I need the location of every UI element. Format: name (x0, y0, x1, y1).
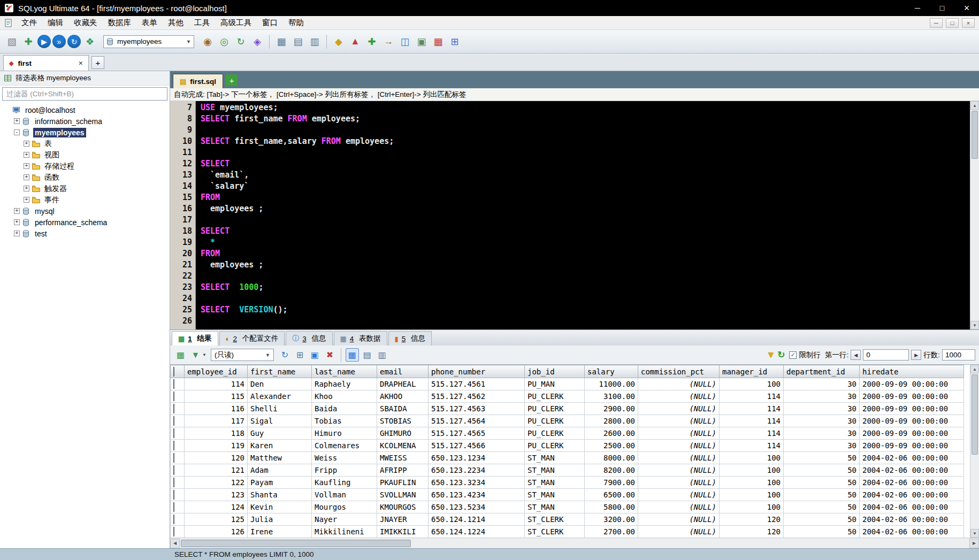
expand-icon[interactable]: + (14, 231, 20, 236)
refresh-database-icon[interactable]: ↻ (233, 34, 248, 49)
tree-item-视图[interactable]: +视图 (0, 149, 170, 160)
query-tab-first-sql[interactable]: ▤ first.sql (173, 74, 223, 88)
cell-salary[interactable]: 2800.00 (585, 415, 638, 427)
tree-item-函数[interactable]: +函数 (0, 172, 170, 183)
cell-last_name[interactable]: Vollman (312, 489, 377, 501)
row-checkbox[interactable] (173, 392, 174, 401)
cell-commission_pct[interactable]: (NULL) (638, 403, 720, 415)
cell-employee_id[interactable]: 119 (185, 440, 248, 452)
tree-item-存储过程[interactable]: +存储过程 (0, 160, 170, 172)
cell-last_name[interactable]: Kaufling (312, 477, 377, 489)
cell-salary[interactable]: 2900.00 (585, 403, 638, 415)
refresh-icon[interactable]: ↻ (777, 349, 785, 360)
cell-first_name[interactable]: Julia (248, 513, 312, 526)
cell-phone_number[interactable]: 650.123.1234 (429, 452, 525, 464)
refresh-result-icon[interactable]: ↻ (278, 348, 292, 362)
cell-manager_id[interactable]: 114 (720, 415, 784, 427)
cell-commission_pct[interactable]: (NULL) (638, 489, 720, 501)
cell-email[interactable]: KCOLMENA (377, 440, 429, 452)
cell-last_name[interactable]: Nayer (312, 513, 377, 526)
cell-email[interactable]: KMOURGOS (377, 501, 429, 513)
cell-last_name[interactable]: Colmenares (312, 440, 377, 452)
scroll-up-icon[interactable]: ▲ (970, 365, 979, 373)
menu-item-数据库[interactable]: 数据库 (103, 16, 137, 29)
cell-job_id[interactable]: ST_MAN (525, 464, 585, 477)
cell-job_id[interactable]: ST_CLERK (525, 513, 585, 526)
scroll-right-icon[interactable]: ▶ (969, 539, 979, 548)
menu-item-编辑[interactable]: 编辑 (42, 16, 68, 29)
new-query-editor-icon[interactable]: ✚ (21, 34, 36, 49)
cell-salary[interactable]: 5800.00 (585, 501, 638, 513)
results-tab-2[interactable]: ◐2 个配置文件 (219, 331, 285, 346)
row-checkbox[interactable] (173, 379, 174, 389)
cell-email[interactable]: AFRIPP (377, 464, 429, 477)
menu-item-表单[interactable]: 表单 (136, 16, 163, 29)
menu-item-高级工具[interactable]: 高级工具 (215, 16, 257, 29)
cell-job_id[interactable]: ST_MAN (525, 477, 585, 489)
results-tab-3[interactable]: ⓘ3 信息 (286, 331, 332, 346)
cell-employee_id[interactable]: 126 (185, 526, 248, 538)
connection-manager-icon[interactable]: ▧ (4, 34, 19, 49)
readonly-mode-select[interactable]: (只读) ▼ (211, 349, 274, 361)
cell-commission_pct[interactable]: (NULL) (638, 390, 720, 403)
cell-commission_pct[interactable]: (NULL) (638, 452, 720, 464)
cell-first_name[interactable]: Kevin (248, 501, 312, 513)
cell-last_name[interactable]: Tobias (312, 415, 377, 427)
cell-salary[interactable]: 2600.00 (585, 427, 638, 440)
cell-hiredate[interactable]: 2004-02-06 00:00:00 (860, 464, 964, 477)
cell-first_name[interactable]: Guy (248, 427, 312, 440)
cell-job_id[interactable]: PU_CLERK (525, 390, 585, 403)
cell-job_id[interactable]: PU_CLERK (525, 415, 585, 427)
row-select-cell[interactable] (171, 513, 185, 526)
cell-hiredate[interactable]: 2004-02-06 00:00:00 (860, 526, 964, 538)
cell-job_id[interactable]: ST_MAN (525, 489, 585, 501)
sql-editor[interactable]: 7891011121314151617181920212223242526 US… (170, 101, 979, 329)
menu-item-其他[interactable]: 其他 (163, 16, 189, 29)
row-checkbox[interactable] (173, 465, 174, 475)
cell-department_id[interactable]: 30 (784, 390, 860, 403)
cell-phone_number[interactable]: 650.123.2234 (429, 464, 525, 477)
cell-hiredate[interactable]: 2000-09-09 00:00:00 (860, 440, 964, 452)
cell-salary[interactable]: 3200.00 (585, 513, 638, 526)
schema-designer-icon[interactable]: ▲ (348, 34, 363, 49)
column-header-email[interactable]: email (377, 365, 429, 378)
row-select-cell[interactable] (171, 501, 185, 513)
tree-item-触发器[interactable]: +触发器 (0, 183, 170, 194)
cell-commission_pct[interactable]: (NULL) (638, 427, 720, 440)
tree-item-information_schema[interactable]: +information_schema (0, 116, 170, 127)
first-row-prev-button[interactable]: ◀ (851, 350, 861, 360)
cell-job_id[interactable]: PU_CLERK (525, 427, 585, 440)
cell-last_name[interactable]: Baida (312, 403, 377, 415)
expand-icon[interactable]: + (24, 163, 29, 169)
cell-manager_id[interactable]: 120 (720, 513, 784, 526)
cell-first_name[interactable]: Shanta (248, 489, 312, 501)
cell-department_id[interactable]: 30 (784, 403, 860, 415)
row-checkbox[interactable] (173, 416, 174, 426)
row-select-cell[interactable] (171, 464, 185, 477)
cell-job_id[interactable]: PU_CLERK (525, 403, 585, 415)
cell-commission_pct[interactable]: (NULL) (638, 526, 720, 538)
cell-department_id[interactable]: 50 (784, 464, 860, 477)
cell-salary[interactable]: 3100.00 (585, 390, 638, 403)
database-selector[interactable]: myemployees ▼ (103, 35, 194, 48)
cell-email[interactable]: MWEISS (377, 452, 429, 464)
row-checkbox[interactable] (173, 441, 174, 450)
export-result-icon[interactable]: ▼ (189, 348, 202, 362)
cell-hiredate[interactable]: 2000-09-09 00:00:00 (860, 378, 964, 390)
query-builder-icon[interactable]: ◆ (331, 34, 346, 49)
text-view-icon[interactable]: ▤ (361, 348, 374, 362)
scroll-down-icon[interactable]: ▼ (970, 529, 979, 538)
visual-compare-icon[interactable]: ◫ (397, 34, 412, 49)
cell-department_id[interactable]: 50 (784, 452, 860, 464)
cell-salary[interactable]: 8000.00 (585, 452, 638, 464)
cell-email[interactable]: SVOLLMAN (377, 489, 429, 501)
filter-input[interactable]: 过滤器 (Ctrl+Shift+B) (2, 87, 167, 101)
expand-icon[interactable]: + (24, 152, 29, 158)
cell-last_name[interactable]: Mourgos (312, 501, 377, 513)
expand-icon[interactable]: + (14, 118, 20, 124)
column-header-last_name[interactable]: last_name (312, 365, 377, 378)
cell-hiredate[interactable]: 2004-02-06 00:00:00 (860, 489, 964, 501)
row-select-cell[interactable] (171, 403, 185, 415)
cell-manager_id[interactable]: 120 (720, 526, 784, 538)
cell-department_id[interactable]: 50 (784, 513, 860, 526)
